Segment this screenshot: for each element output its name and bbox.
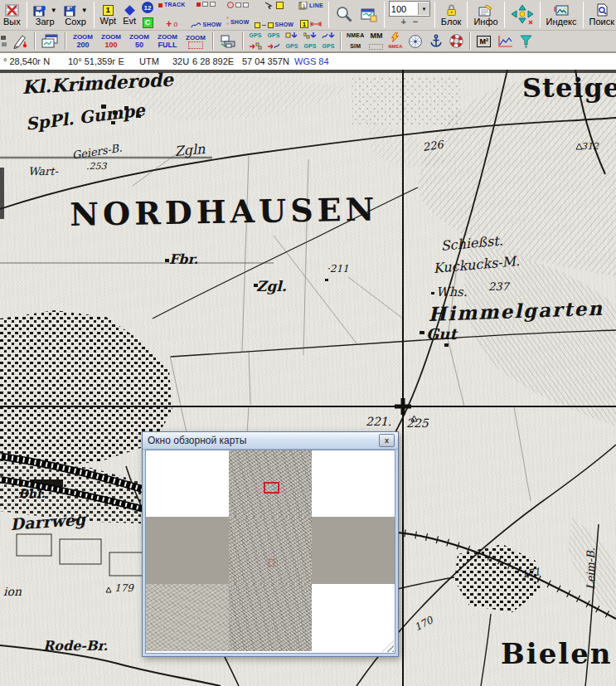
show-names-label: SHOW [275,22,294,28]
distance-icon [310,21,322,27]
map-window-button[interactable] [357,0,381,30]
map-edit-button[interactable] [8,31,32,51]
overview-tile [229,517,312,584]
one-tag-icon: 1 [300,20,308,28]
separator [384,2,385,28]
comment-icon[interactable]: C [143,17,153,28]
filter-button[interactable] [517,31,536,51]
app-window: Вых ▼ Загр ▼ Сохр 1 Wpt Evt 12 C [0,0,616,686]
area-measure-button[interactable]: M² [473,31,494,51]
map-label: 237 [488,281,509,292]
overview-close-button[interactable]: x [379,434,395,447]
event-label: Evt [123,17,136,26]
magnifier-button[interactable] [332,0,357,30]
show-track-button[interactable]: SHOW [188,0,225,30]
waypoint-button[interactable]: 1 Wpt [97,0,120,30]
gps-upload-track-button[interactable]: GPS [264,31,283,51]
gps-download-route-button[interactable]: GPS [319,31,337,51]
info-label: Инфо [473,17,497,27]
zoom-out-button[interactable]: − [413,17,418,26]
zoom-full-button[interactable]: ZOOM FULL [153,31,182,51]
map-label: 226 [422,139,444,153]
separator [94,2,95,28]
number-ball-icon[interactable]: 12 [142,2,153,13]
gps-upload-waypoints-button[interactable]: GPS [246,31,264,51]
load-button[interactable]: ▼ Загр [30,0,61,30]
separator [212,32,214,50]
pages-icon: 1 [298,2,308,10]
info-button[interactable]: Инфо [470,0,501,30]
show-waypoints-button[interactable]: °° SHOW [224,0,251,30]
nmea-button[interactable]: NMEA [386,31,405,51]
zoom-100-button[interactable]: ZOOM 100 [97,31,125,51]
clipped-button[interactable] [0,31,8,51]
save-caret[interactable]: ▼ [81,7,88,14]
index-label: Индекс [546,17,577,27]
overview-map-content[interactable] [145,450,395,654]
track-point-icon [158,3,162,7]
zoom-in-button[interactable]: + [400,17,405,26]
zoom-word: ZOOM [73,33,93,41]
map-label: Leim-B. [585,547,596,590]
print-map-button[interactable] [216,31,240,51]
datum-value: WGS 84 [294,56,329,66]
name-tag-icon [276,2,284,9]
map-view-button[interactable] [38,31,62,51]
event-button[interactable]: Evt [119,0,139,30]
zoom-level-input[interactable] [390,4,418,14]
save-icon [64,3,79,17]
gps-download-waypoints-button[interactable]: GPS [283,31,301,51]
profile-button[interactable] [494,31,517,51]
zoom-rect-button[interactable]: ZOOM [182,31,210,51]
separator [242,32,244,50]
pan-button[interactable] [507,0,537,30]
show-names-button[interactable]: SHOW [252,0,297,30]
zoom-value: FULL [158,41,177,49]
anchor-icon [429,34,443,48]
search-button[interactable]: Поиск [586,0,616,30]
nmea2-label: NMEA [388,43,402,50]
compass-button[interactable] [405,31,426,51]
separator [434,2,435,28]
overview-title-bar[interactable]: Окно обзорной карты x [143,432,398,450]
latitude-value: ° 28,540г N [3,56,50,66]
anchor-button[interactable] [426,31,446,51]
layered-windows-icon [41,34,59,49]
nmea-simulator-button[interactable]: NMEA SIM [344,31,366,51]
utm-northing: 57 04 357N [242,56,289,66]
nmea-label: NMEA [347,32,364,39]
add-plus-icon[interactable]: + [166,20,172,28]
zoom-200-button[interactable]: ZOOM 200 [69,31,97,51]
lifebuoy-button[interactable] [446,31,467,51]
gps-label: GPS [304,43,317,50]
resize-grip[interactable] [382,640,394,652]
lock-button[interactable]: Блок [438,0,465,30]
index-button[interactable]: I Индекс [543,0,580,30]
exit-button[interactable]: Вых [0,0,24,30]
overview-map-window: Окно обзорной карты x [142,431,399,657]
box-icon [202,2,208,7]
gps-download-track-button[interactable]: GPS [301,31,319,51]
add-circle-icon[interactable]: o [173,21,177,28]
overview-tile [146,584,229,651]
map-label: Rode-Br. [43,640,108,653]
map-comment-group: 12 C [139,0,156,30]
map-label: Whs. [436,286,468,299]
mm-box-icon [369,44,383,50]
node-icon [268,22,274,28]
line-distance-button[interactable]: 1 LINE 1 [296,0,326,30]
moving-map-button[interactable]: MM [366,31,386,51]
zoom-50-button[interactable]: ZOOM 50 [125,31,153,51]
waypoint-circle-icon [227,2,234,8]
funnel-icon [520,35,532,48]
gps-label: GPS [268,32,280,39]
map-label: 179 [114,583,133,593]
current-view-rectangle[interactable] [264,482,279,494]
track-add-buttons[interactable]: + o [166,20,177,28]
search-label: Поиск [589,17,614,27]
link-line [262,25,266,26]
load-caret[interactable]: ▼ [51,7,57,14]
zoom-dropdown-button[interactable]: ▼ [418,2,429,15]
save-button[interactable]: ▼ Сохр [61,0,91,30]
separator [467,2,468,28]
